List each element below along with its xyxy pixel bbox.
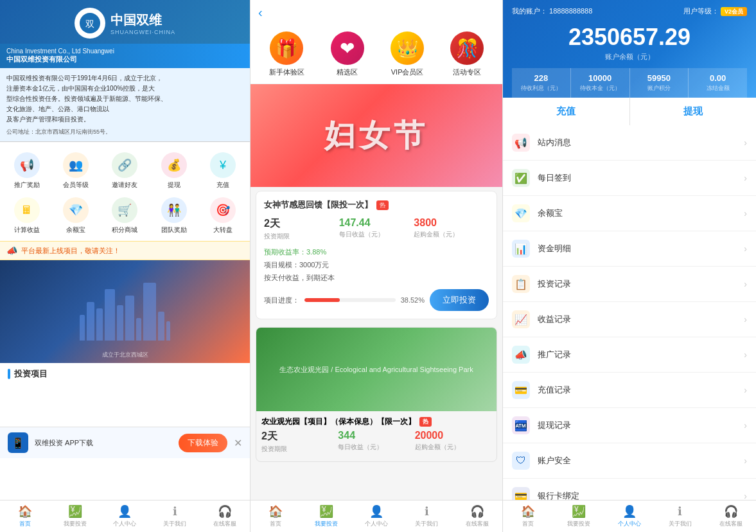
stat-daishoulili-val: 228 (514, 73, 568, 83)
right-nav-about[interactable]: ℹ 关于我们 (655, 504, 705, 528)
mid-nav-profile[interactable]: 👤 个人中心 (351, 504, 401, 528)
mid-nav-invest-label: 我要投资 (315, 520, 338, 528)
stat2-days-val: 2天 (261, 430, 338, 443)
mid-topbar: ‹ (251, 0, 502, 25)
nav-service-label: 在线客服 (213, 520, 236, 528)
mid-nav-home[interactable]: 🏠 首页 (251, 504, 301, 528)
nav-service[interactable]: 🎧 在线客服 (200, 504, 250, 528)
nav-profile[interactable]: 👤 个人中心 (100, 504, 150, 528)
logo-cn-text: 中国双维 (110, 12, 175, 29)
chongzhi-button[interactable]: 充值 (503, 98, 630, 125)
right-header: 我的账户： 18888888888 用户等级： V2会员 2350657.29 … (503, 0, 756, 98)
menu-tuiguang[interactable]: 📢 推广奖励 (3, 148, 51, 193)
tixianjilu-icon: 🏧 (512, 416, 530, 434)
menu-tixian[interactable]: 💰 提现 (150, 148, 198, 193)
right-nav-profile-label: 个人中心 (618, 520, 641, 528)
invest-section-title: 投资项目 (0, 363, 250, 385)
cat-huodong[interactable]: 🎊 活动专区 (450, 31, 484, 77)
cat-vip-label: VIP会员区 (391, 67, 424, 77)
menu-yebao[interactable]: 💎 余额宝 (51, 193, 100, 238)
nav-invest[interactable]: 💹 我要投资 (50, 504, 100, 528)
project1-card: 女神节感恩回馈【限投一次】 热 2天 投资期限 147.44 每日收益（元） 3… (256, 191, 497, 319)
menu-row-yebao[interactable]: 💎 余额宝 › (503, 196, 756, 231)
left-banner: 成立于北京西城区 (0, 260, 250, 363)
company-address: 公司地址：北京市西城区月坛南街55号。 (6, 127, 243, 136)
close-icon[interactable]: ✕ (234, 437, 242, 449)
app-download-button[interactable]: 下载体验 (179, 434, 227, 452)
right-nav-invest[interactable]: 💹 我要投资 (554, 504, 604, 528)
right-action-row: 充值 提现 (503, 98, 756, 125)
mid-nav-about[interactable]: ℹ 关于我们 (401, 504, 452, 528)
stat-income: 147.44 每日收益（元） (339, 217, 414, 241)
menu-row-tuiguangjilu[interactable]: 📣 推广记录 › (503, 337, 756, 373)
account-number: 18888888888 (549, 7, 592, 15)
right-yebao-arrow-icon: › (744, 208, 747, 218)
menu-row-zijinmingxi[interactable]: 📊 资金明细 › (503, 231, 756, 267)
menu-tixian-label: 提现 (168, 181, 180, 190)
project1-title: 女神节感恩回馈【限投一次】 (264, 199, 373, 211)
nav-about[interactable]: ℹ 关于我们 (150, 504, 200, 528)
right-nav-service[interactable]: 🎧 在线客服 (705, 504, 756, 528)
nav-about-label: 关于我们 (163, 520, 186, 528)
stat-daishoulibenjin: 10000 待收本金（元） (571, 68, 630, 98)
right-panel: 我的账户： 18888888888 用户等级： V2会员 2350657.29 … (503, 0, 756, 532)
menu-row-shouyjilu[interactable]: 📈 收益记录 › (503, 302, 756, 337)
right-nav-invest-label: 我要投资 (567, 520, 590, 528)
project1-scale: 项目规模：3000万元 (264, 259, 489, 272)
menu-row-chongzhijilu[interactable]: 💳 充值记录 › (503, 373, 756, 408)
menu-row-touzijiü[interactable]: 📋 投资记录 › (503, 267, 756, 302)
svg-text:双: 双 (85, 19, 94, 29)
tixian-button[interactable]: 提现 (630, 98, 757, 125)
nav-home[interactable]: 🏠 首页 (0, 504, 50, 528)
mid-nav-invest[interactable]: 💹 我要投资 (301, 504, 351, 528)
right-service-icon: 🎧 (724, 504, 738, 519)
menu-huiyuan[interactable]: 👥 会员等级 (51, 148, 100, 193)
right-nav-home[interactable]: 🏠 首页 (503, 504, 554, 528)
mid-nav-service[interactable]: 🎧 在线客服 (452, 504, 502, 528)
huiyuan-icon: 👥 (63, 152, 89, 178)
tuiguangjilu-icon: 📣 (512, 346, 530, 364)
back-button[interactable]: ‹ (258, 5, 263, 20)
project2-img-label: 生态农业观光园 / Ecological and Agricultural Si… (279, 365, 473, 375)
project1-invest-button[interactable]: 立即投资 (430, 289, 489, 311)
menu-chongzhi[interactable]: ¥ 充值 (198, 148, 247, 193)
right-yebao-label: 余额宝 (538, 208, 744, 219)
cat-vip[interactable]: 👑 VIP会员区 (391, 31, 424, 77)
right-nav-home-label: 首页 (522, 520, 534, 528)
menu-jifenshop[interactable]: 🛒 积分商城 (100, 193, 149, 238)
menu-row-tixianjilu[interactable]: 🏧 提现记录 › (503, 408, 756, 443)
meiriqiandao-icon: ✅ (512, 169, 530, 187)
menu-yaoqing[interactable]: 🔗 邀请好友 (100, 148, 149, 193)
menu-row-bankcard[interactable]: 💳 银行卡绑定 › (503, 479, 756, 500)
menu-jifenshop-label: 积分商城 (112, 226, 137, 235)
menu-row-meiriqiandao[interactable]: ✅ 每日签到 › (503, 161, 756, 196)
menu-dazhuanpan-label: 大转盘 (213, 226, 233, 235)
tixianjilu-arrow-icon: › (744, 420, 747, 430)
menu-row-zhanghuan[interactable]: 🛡 账户安全 › (503, 443, 756, 479)
balance-amount: 2350657.29 (512, 19, 747, 52)
menu-dazhuanpan[interactable]: 🎯 大转盘 (198, 193, 247, 238)
project2-title: 农业观光园【项目】（保本保息）【限一次】 (261, 416, 416, 427)
right-nav-profile[interactable]: 👤 个人中心 (604, 504, 655, 528)
project1-progress-label: 项目进度： (264, 296, 299, 305)
cat-huodong-icon: 🎊 (450, 31, 484, 65)
notice-bar: 📣 平台最新上线项目，敬请关注！ (0, 241, 250, 260)
menu-tuanduijiang[interactable]: 👫 团队奖励 (150, 193, 198, 238)
banner-city-label: 成立于北京西城区 (102, 351, 148, 359)
tixian-icon: 💰 (161, 152, 187, 178)
right-yebao-icon: 💎 (512, 204, 530, 222)
mid-nav-home-label: 首页 (270, 520, 281, 528)
mid-bottom-nav: 🏠 首页 💹 我要投资 👤 个人中心 ℹ 关于我们 🎧 在线客服 (251, 500, 502, 532)
home-icon: 🏠 (18, 504, 32, 519)
cat-xinshou[interactable]: 🎁 新手体验区 (269, 31, 304, 77)
nav-invest-label: 我要投资 (64, 520, 87, 528)
menu-jisuan[interactable]: 🖩 计算收益 (3, 193, 51, 238)
cat-jingxuan[interactable]: ❤ 精选区 (331, 31, 364, 77)
bankcard-icon: 💳 (512, 487, 530, 500)
chongzhi-icon: ¥ (210, 152, 236, 178)
mid-service-icon: 🎧 (470, 504, 484, 519)
menu-row-zhanneixiaoxi[interactable]: 📢 站内消息 › (503, 125, 756, 161)
nav-profile-label: 个人中心 (113, 520, 136, 528)
cat-jingxuan-icon: ❤ (331, 31, 364, 65)
notice-text: 平台最新上线项目，敬请关注！ (21, 246, 120, 256)
